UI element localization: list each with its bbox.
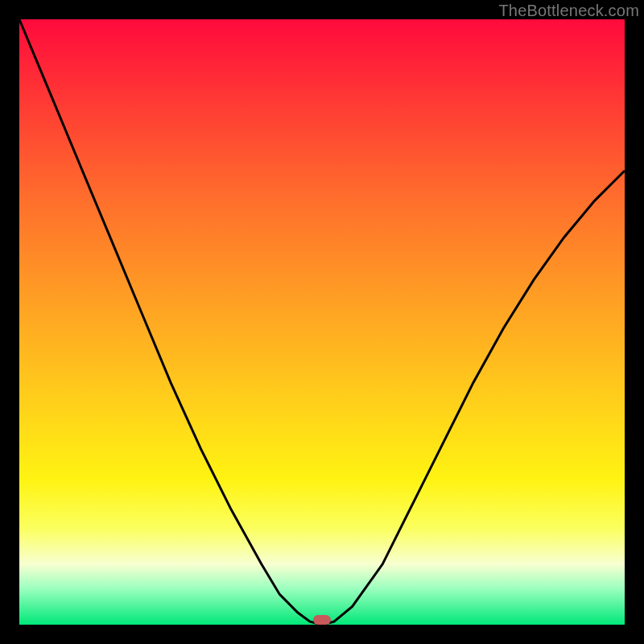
plot-area	[19, 19, 625, 625]
minimum-marker	[313, 615, 331, 625]
watermark-text: TheBottleneck.com	[498, 2, 639, 20]
bottleneck-curve	[19, 19, 625, 625]
curve-line	[19, 19, 625, 625]
chart-frame: TheBottleneck.com	[0, 0, 644, 644]
